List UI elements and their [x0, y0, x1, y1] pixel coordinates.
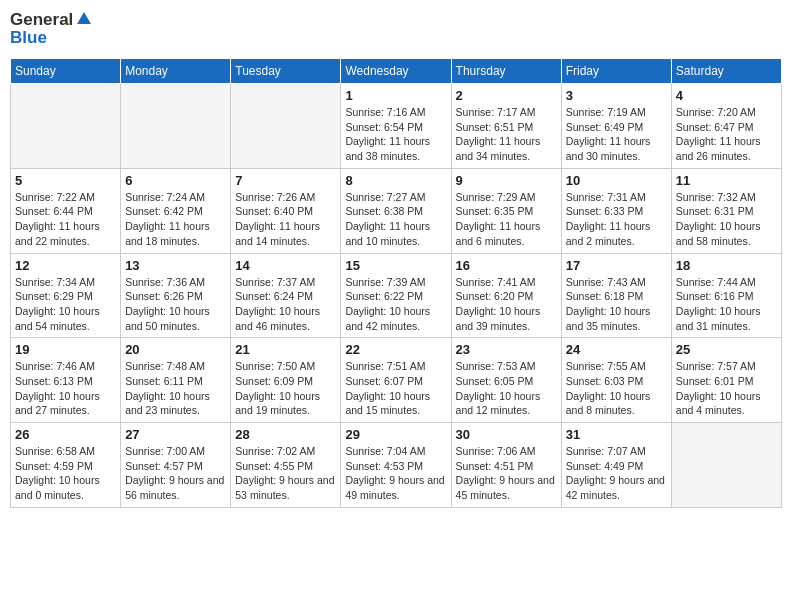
day-number: 9 — [456, 173, 557, 188]
calendar-cell: 20Sunrise: 7:48 AM Sunset: 6:11 PM Dayli… — [121, 338, 231, 423]
day-number: 2 — [456, 88, 557, 103]
day-info: Sunrise: 7:50 AM Sunset: 6:09 PM Dayligh… — [235, 359, 336, 418]
day-number: 22 — [345, 342, 446, 357]
day-info: Sunrise: 7:06 AM Sunset: 4:51 PM Dayligh… — [456, 444, 557, 503]
col-wednesday: Wednesday — [341, 59, 451, 84]
day-info: Sunrise: 7:39 AM Sunset: 6:22 PM Dayligh… — [345, 275, 446, 334]
day-info: Sunrise: 7:22 AM Sunset: 6:44 PM Dayligh… — [15, 190, 116, 249]
logo: General Blue — [10, 10, 93, 48]
day-number: 26 — [15, 427, 116, 442]
day-info: Sunrise: 7:20 AM Sunset: 6:47 PM Dayligh… — [676, 105, 777, 164]
day-number: 17 — [566, 258, 667, 273]
day-info: Sunrise: 7:37 AM Sunset: 6:24 PM Dayligh… — [235, 275, 336, 334]
day-number: 6 — [125, 173, 226, 188]
day-info: Sunrise: 7:19 AM Sunset: 6:49 PM Dayligh… — [566, 105, 667, 164]
calendar-cell — [121, 84, 231, 169]
day-number: 28 — [235, 427, 336, 442]
calendar-week-row: 1Sunrise: 7:16 AM Sunset: 6:54 PM Daylig… — [11, 84, 782, 169]
page-header: General Blue — [10, 10, 782, 48]
calendar-cell: 15Sunrise: 7:39 AM Sunset: 6:22 PM Dayli… — [341, 253, 451, 338]
calendar-cell: 30Sunrise: 7:06 AM Sunset: 4:51 PM Dayli… — [451, 423, 561, 508]
col-saturday: Saturday — [671, 59, 781, 84]
logo-icon — [75, 10, 93, 28]
day-number: 27 — [125, 427, 226, 442]
day-number: 4 — [676, 88, 777, 103]
calendar-cell: 28Sunrise: 7:02 AM Sunset: 4:55 PM Dayli… — [231, 423, 341, 508]
calendar-cell: 1Sunrise: 7:16 AM Sunset: 6:54 PM Daylig… — [341, 84, 451, 169]
day-info: Sunrise: 7:32 AM Sunset: 6:31 PM Dayligh… — [676, 190, 777, 249]
calendar-cell: 26Sunrise: 6:58 AM Sunset: 4:59 PM Dayli… — [11, 423, 121, 508]
calendar-cell: 11Sunrise: 7:32 AM Sunset: 6:31 PM Dayli… — [671, 168, 781, 253]
day-info: Sunrise: 7:46 AM Sunset: 6:13 PM Dayligh… — [15, 359, 116, 418]
day-number: 19 — [15, 342, 116, 357]
calendar-cell: 6Sunrise: 7:24 AM Sunset: 6:42 PM Daylig… — [121, 168, 231, 253]
calendar-cell — [11, 84, 121, 169]
day-info: Sunrise: 7:07 AM Sunset: 4:49 PM Dayligh… — [566, 444, 667, 503]
calendar-cell: 18Sunrise: 7:44 AM Sunset: 6:16 PM Dayli… — [671, 253, 781, 338]
calendar-cell: 3Sunrise: 7:19 AM Sunset: 6:49 PM Daylig… — [561, 84, 671, 169]
day-number: 29 — [345, 427, 446, 442]
day-info: Sunrise: 7:34 AM Sunset: 6:29 PM Dayligh… — [15, 275, 116, 334]
svg-marker-0 — [77, 12, 91, 24]
day-info: Sunrise: 7:16 AM Sunset: 6:54 PM Dayligh… — [345, 105, 446, 164]
day-number: 25 — [676, 342, 777, 357]
day-info: Sunrise: 7:57 AM Sunset: 6:01 PM Dayligh… — [676, 359, 777, 418]
day-number: 24 — [566, 342, 667, 357]
day-info: Sunrise: 7:55 AM Sunset: 6:03 PM Dayligh… — [566, 359, 667, 418]
col-monday: Monday — [121, 59, 231, 84]
calendar-cell: 13Sunrise: 7:36 AM Sunset: 6:26 PM Dayli… — [121, 253, 231, 338]
calendar-cell: 21Sunrise: 7:50 AM Sunset: 6:09 PM Dayli… — [231, 338, 341, 423]
calendar-cell: 22Sunrise: 7:51 AM Sunset: 6:07 PM Dayli… — [341, 338, 451, 423]
calendar-cell: 29Sunrise: 7:04 AM Sunset: 4:53 PM Dayli… — [341, 423, 451, 508]
calendar-cell: 8Sunrise: 7:27 AM Sunset: 6:38 PM Daylig… — [341, 168, 451, 253]
day-number: 30 — [456, 427, 557, 442]
calendar-week-row: 12Sunrise: 7:34 AM Sunset: 6:29 PM Dayli… — [11, 253, 782, 338]
calendar-cell — [671, 423, 781, 508]
day-number: 18 — [676, 258, 777, 273]
calendar-cell: 5Sunrise: 7:22 AM Sunset: 6:44 PM Daylig… — [11, 168, 121, 253]
col-thursday: Thursday — [451, 59, 561, 84]
day-info: Sunrise: 7:17 AM Sunset: 6:51 PM Dayligh… — [456, 105, 557, 164]
day-number: 31 — [566, 427, 667, 442]
day-info: Sunrise: 7:36 AM Sunset: 6:26 PM Dayligh… — [125, 275, 226, 334]
day-number: 23 — [456, 342, 557, 357]
day-info: Sunrise: 7:29 AM Sunset: 6:35 PM Dayligh… — [456, 190, 557, 249]
calendar-cell: 19Sunrise: 7:46 AM Sunset: 6:13 PM Dayli… — [11, 338, 121, 423]
calendar-header-row: Sunday Monday Tuesday Wednesday Thursday… — [11, 59, 782, 84]
calendar-week-row: 26Sunrise: 6:58 AM Sunset: 4:59 PM Dayli… — [11, 423, 782, 508]
day-info: Sunrise: 7:53 AM Sunset: 6:05 PM Dayligh… — [456, 359, 557, 418]
day-info: Sunrise: 7:02 AM Sunset: 4:55 PM Dayligh… — [235, 444, 336, 503]
day-number: 20 — [125, 342, 226, 357]
day-number: 13 — [125, 258, 226, 273]
day-info: Sunrise: 7:31 AM Sunset: 6:33 PM Dayligh… — [566, 190, 667, 249]
day-number: 7 — [235, 173, 336, 188]
day-info: Sunrise: 7:43 AM Sunset: 6:18 PM Dayligh… — [566, 275, 667, 334]
day-number: 1 — [345, 88, 446, 103]
calendar-cell: 16Sunrise: 7:41 AM Sunset: 6:20 PM Dayli… — [451, 253, 561, 338]
calendar-cell: 10Sunrise: 7:31 AM Sunset: 6:33 PM Dayli… — [561, 168, 671, 253]
col-tuesday: Tuesday — [231, 59, 341, 84]
day-info: Sunrise: 7:27 AM Sunset: 6:38 PM Dayligh… — [345, 190, 446, 249]
day-info: Sunrise: 6:58 AM Sunset: 4:59 PM Dayligh… — [15, 444, 116, 503]
calendar-cell: 17Sunrise: 7:43 AM Sunset: 6:18 PM Dayli… — [561, 253, 671, 338]
calendar-cell: 9Sunrise: 7:29 AM Sunset: 6:35 PM Daylig… — [451, 168, 561, 253]
calendar-cell: 24Sunrise: 7:55 AM Sunset: 6:03 PM Dayli… — [561, 338, 671, 423]
day-info: Sunrise: 7:51 AM Sunset: 6:07 PM Dayligh… — [345, 359, 446, 418]
day-number: 3 — [566, 88, 667, 103]
day-info: Sunrise: 7:41 AM Sunset: 6:20 PM Dayligh… — [456, 275, 557, 334]
day-info: Sunrise: 7:24 AM Sunset: 6:42 PM Dayligh… — [125, 190, 226, 249]
day-number: 5 — [15, 173, 116, 188]
col-sunday: Sunday — [11, 59, 121, 84]
day-info: Sunrise: 7:44 AM Sunset: 6:16 PM Dayligh… — [676, 275, 777, 334]
day-info: Sunrise: 7:26 AM Sunset: 6:40 PM Dayligh… — [235, 190, 336, 249]
calendar-cell — [231, 84, 341, 169]
calendar-table: Sunday Monday Tuesday Wednesday Thursday… — [10, 58, 782, 508]
day-number: 12 — [15, 258, 116, 273]
calendar-cell: 31Sunrise: 7:07 AM Sunset: 4:49 PM Dayli… — [561, 423, 671, 508]
calendar-cell: 27Sunrise: 7:00 AM Sunset: 4:57 PM Dayli… — [121, 423, 231, 508]
day-info: Sunrise: 7:00 AM Sunset: 4:57 PM Dayligh… — [125, 444, 226, 503]
calendar-cell: 14Sunrise: 7:37 AM Sunset: 6:24 PM Dayli… — [231, 253, 341, 338]
day-number: 15 — [345, 258, 446, 273]
logo-general-text: General — [10, 10, 73, 30]
day-number: 11 — [676, 173, 777, 188]
